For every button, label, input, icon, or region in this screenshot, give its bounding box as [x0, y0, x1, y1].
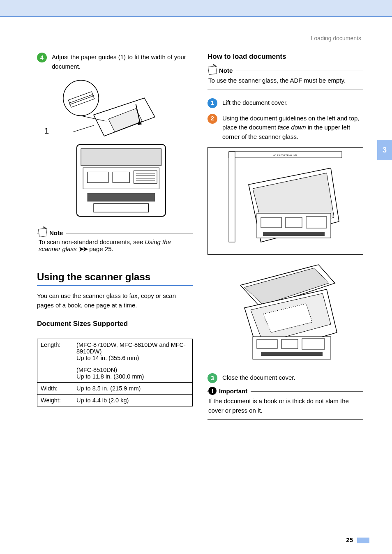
note-text-prefix: To scan non-standard documents, see	[39, 238, 145, 245]
breadcrumb: Loading documents	[311, 35, 361, 42]
svg-rect-22	[306, 217, 327, 228]
header-rule	[0, 16, 392, 17]
page-content: 4 Adjust the paper guides (1) to fit the…	[37, 53, 363, 533]
note-label: Note	[219, 67, 233, 74]
svg-rect-20	[261, 217, 281, 228]
subsection-sizes: Document Sizes Supported	[37, 320, 193, 328]
step-4: 4 Adjust the paper guides (1) to fit the…	[37, 53, 193, 71]
important-label: Important	[219, 388, 247, 395]
scanner-open-svg	[224, 261, 347, 367]
svg-rect-26	[281, 339, 298, 349]
callout-label-1: 1	[44, 126, 49, 136]
svg-rect-6	[88, 172, 108, 182]
scanner-top-svg: A5 A5 B5 LTR A4 LGL	[224, 148, 347, 254]
important-text: If the document is a book or is thick do…	[208, 397, 362, 415]
note-icon	[208, 66, 217, 75]
note-text: To use the scanner glass, the ADF must b…	[208, 76, 362, 85]
svg-rect-21	[286, 217, 302, 228]
step-number-2-icon: 2	[208, 114, 217, 124]
step-number-1-icon: 1	[208, 98, 217, 108]
xref-arrows-icon: ➤➤	[78, 245, 88, 252]
svg-rect-7	[113, 172, 129, 182]
step-3: 3 Close the document cover.	[208, 373, 363, 383]
note-icon	[38, 228, 48, 238]
left-column: 4 Adjust the paper guides (1) to fit the…	[37, 53, 193, 533]
svg-line-2	[74, 125, 94, 132]
step-number-4-icon: 4	[37, 53, 47, 62]
note-text-suffix: page 25.	[89, 245, 113, 252]
svg-text:A5   A5   B5  LTR  A4  LGL: A5 A5 B5 LTR A4 LGL	[273, 154, 298, 157]
svg-rect-27	[302, 339, 325, 349]
note-label: Note	[49, 229, 63, 236]
note-header: Note	[208, 66, 236, 74]
svg-rect-23	[263, 232, 325, 236]
step-4-text: Adjust the paper guides (1) to fit the w…	[52, 53, 193, 71]
document-sizes-table: Length: (MFC-8710DW, MFC-8810DW and MFC-…	[37, 339, 193, 406]
svg-rect-4	[81, 149, 161, 166]
svg-rect-17	[229, 152, 235, 242]
svg-rect-28	[261, 352, 323, 356]
page-number: 25	[346, 536, 353, 543]
section-intro: You can use the scanner glass to fax, co…	[37, 291, 193, 310]
table-row: Width: Up to 8.5 in. (215.9 mm)	[37, 383, 193, 395]
note-text: To scan non-standard documents, see Usin…	[39, 238, 192, 253]
cell-weight-label: Weight:	[37, 395, 73, 406]
important-header: ! Important	[208, 387, 251, 395]
scanner-glass-open-illustration	[208, 261, 363, 367]
cell-width-label: Width:	[37, 383, 73, 395]
page-number-bar	[357, 538, 369, 543]
step-2-italic: face down	[278, 124, 306, 131]
cell-length-label: Length:	[37, 339, 73, 383]
subsection-how-to-load: How to load documents	[208, 53, 363, 61]
cell-length-1: (MFC-8710DW, MFC-8810DW and MFC-8910DW) …	[73, 339, 193, 364]
cell-width-value: Up to 8.5 in. (215.9 mm)	[73, 383, 193, 395]
important-box: ! Important If the document is a book or…	[208, 391, 363, 420]
note-box-left: Note To scan non-standard documents, see…	[37, 233, 193, 257]
important-icon: !	[208, 387, 217, 395]
svg-rect-8	[134, 171, 157, 183]
section-title-scanner-glass: Using the scanner glass	[37, 271, 193, 286]
cell-length-2: (MFC-8510DN) Up to 11.8 in. (300.0 mm)	[73, 364, 193, 383]
table-row: Length: (MFC-8710DW, MFC-8810DW and MFC-…	[37, 339, 193, 364]
step-1-text: Lift the document cover.	[222, 98, 363, 108]
cell-weight-value: Up to 4.4 lb (2.0 kg)	[73, 395, 193, 406]
svg-rect-14	[94, 204, 149, 212]
step-1: 1 Lift the document cover.	[208, 98, 363, 108]
step-3-text: Close the document cover.	[222, 373, 363, 383]
adf-paper-guides-illustration: 1	[37, 77, 193, 225]
table-row: Weight: Up to 4.4 lb (2.0 kg)	[37, 395, 193, 406]
right-column: How to load documents Note To use the sc…	[208, 53, 363, 533]
scanner-glass-guidelines-illustration: A5 A5 B5 LTR A4 LGL	[208, 147, 363, 255]
step-2: 2 Using the document guidelines on the l…	[208, 114, 363, 142]
chapter-tab: 3	[377, 140, 392, 160]
note-header: Note	[39, 229, 66, 237]
svg-rect-13	[88, 193, 155, 202]
step-2-text: Using the document guidelines on the lef…	[222, 114, 363, 142]
note-box-right: Note To use the scanner glass, the ADF m…	[208, 71, 363, 90]
svg-rect-25	[257, 339, 277, 349]
top-blue-band	[0, 0, 392, 16]
step-number-3-icon: 3	[208, 373, 217, 383]
printer-adf-svg	[51, 77, 178, 225]
